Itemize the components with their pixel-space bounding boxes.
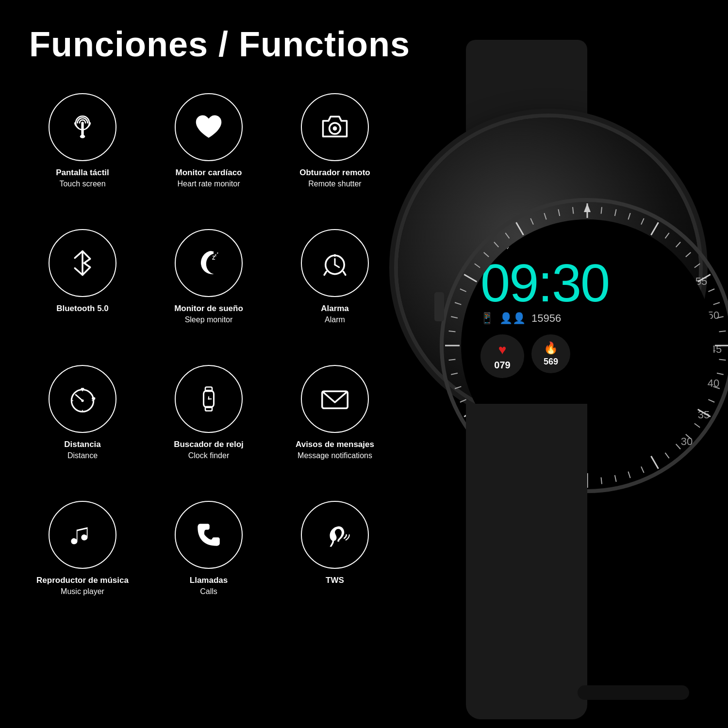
calories-value: 569 — [544, 357, 558, 367]
feature-heart-rate: Monitor cardíaco Heart rate monitor — [155, 93, 262, 229]
right-widgets: 🔥 569 — [531, 334, 570, 378]
watch-outer: 55 50 45 40 35 30 — [359, 40, 728, 719]
music-label: Reproductor de música Music player — [36, 575, 129, 597]
svg-line-9 — [335, 265, 339, 267]
svg-line-83 — [455, 302, 461, 304]
svg-line-13 — [76, 395, 83, 400]
svg-line-45 — [698, 275, 711, 282]
heart-rate-icon-circle — [175, 93, 243, 161]
svg-line-90 — [516, 222, 524, 235]
svg-rect-21 — [205, 387, 212, 392]
distance-label: Distancia Distance — [64, 439, 101, 461]
heart-rate-widget: ♥ 079 — [480, 334, 524, 378]
tws-label: TWS — [326, 575, 344, 586]
sleep-monitor-label: Monitor de sueño Sleep monitor — [174, 303, 243, 325]
svg-line-85 — [464, 275, 477, 282]
svg-line-63 — [615, 475, 616, 482]
svg-line-57 — [686, 434, 691, 439]
watch-crown — [434, 292, 444, 321]
watch-icon — [192, 382, 226, 416]
svg-rect-15 — [92, 397, 95, 400]
bluetooth-icon — [66, 246, 99, 280]
heart-rate-value: 079 — [494, 360, 510, 371]
svg-line-41 — [665, 233, 669, 238]
svg-line-49 — [719, 331, 726, 331]
svg-line-58 — [676, 444, 680, 449]
svg-line-52 — [717, 373, 724, 375]
feature-distance: Distancia Distance — [29, 365, 136, 501]
svg-point-1 — [80, 135, 85, 138]
feature-bluetooth: Bluetooth 5.0 — [29, 229, 136, 365]
svg-line-55 — [698, 410, 711, 417]
svg-point-3 — [333, 126, 337, 131]
battery-indicator — [480, 242, 497, 248]
sleep-icon: Z z z — [192, 246, 226, 280]
svg-marker-34 — [584, 203, 591, 212]
feature-calls: Llamadas Calls — [155, 501, 262, 637]
svg-text:z: z — [217, 251, 218, 254]
alarm-icon — [318, 246, 352, 280]
status-bar: ⛓ 10/2 — [480, 239, 699, 251]
link-icon: ⛓ — [501, 240, 510, 250]
clock-finder-label: Buscador de reloj Clock finder — [174, 439, 244, 461]
svg-line-61 — [641, 466, 644, 473]
music-icon — [66, 518, 99, 552]
svg-line-60 — [651, 456, 659, 469]
widgets-row: ♥ 079 🔥 569 — [480, 334, 699, 378]
heart-rate-label: Monitor cardíaco Heart rate monitor — [176, 167, 242, 189]
touch-screen-label: Pantalla táctil Touch screen — [56, 167, 109, 189]
calls-icon-circle — [175, 501, 243, 569]
svg-line-89 — [505, 233, 509, 238]
band-notch — [578, 685, 689, 700]
phone-icon — [192, 518, 226, 552]
steps-count: 15956 — [531, 312, 561, 325]
svg-line-44 — [695, 264, 700, 267]
ear-icon — [318, 518, 352, 552]
music-icon-circle — [49, 501, 116, 569]
svg-line-37 — [615, 209, 616, 216]
svg-point-10 — [333, 254, 336, 257]
svg-line-47 — [713, 302, 720, 304]
svg-line-76 — [460, 399, 466, 402]
distance-icon-circle — [49, 365, 116, 433]
calls-label: Llamadas Calls — [190, 575, 228, 597]
tws-icon-circle — [301, 501, 369, 569]
svg-line-87 — [484, 252, 489, 257]
feature-sleep-monitor: Z z z Monitor de sueño Sleep monitor — [155, 229, 262, 365]
svg-line-81 — [449, 331, 456, 331]
distance-icon — [66, 382, 99, 416]
svg-point-25 — [208, 398, 210, 400]
svg-line-56 — [695, 423, 700, 427]
svg-text:30: 30 — [681, 435, 693, 447]
camera-icon — [318, 110, 352, 144]
steps-icon: 👤👤 — [499, 312, 526, 325]
watch-case: 55 50 45 40 35 30 — [398, 117, 699, 418]
calories-widget: 🔥 569 — [531, 334, 570, 373]
svg-line-46 — [708, 289, 714, 292]
svg-line-62 — [628, 472, 630, 478]
alarm-label: Alarma Alarm — [321, 303, 349, 325]
svg-line-43 — [686, 252, 691, 257]
svg-text:40: 40 — [708, 377, 719, 389]
svg-line-40 — [651, 222, 659, 235]
svg-text:35: 35 — [698, 409, 710, 421]
svg-line-39 — [641, 218, 644, 225]
bluetooth-icon-circle — [49, 229, 116, 297]
svg-rect-22 — [205, 407, 212, 411]
heart-widget-icon: ♥ — [498, 342, 507, 358]
notifications-icon-circle — [301, 365, 369, 433]
clock-finder-icon-circle — [175, 365, 243, 433]
fire-widget-icon: 🔥 — [544, 341, 558, 355]
feature-music: Reproductor de música Music player — [29, 501, 136, 637]
feature-touch-screen: Pantalla táctil Touch screen — [29, 93, 136, 229]
watch-section: 55 50 45 40 35 30 — [359, 40, 728, 719]
main-layout: Pantalla táctil Touch screen Monitor car… — [0, 79, 728, 728]
svg-line-93 — [558, 209, 560, 216]
features-grid: Pantalla táctil Touch screen Monitor car… — [0, 79, 369, 728]
stats-row: 📱 👤👤 15956 — [480, 312, 699, 325]
svg-line-88 — [494, 242, 498, 247]
svg-line-82 — [451, 316, 458, 318]
svg-line-84 — [460, 289, 466, 292]
svg-text:z: z — [215, 253, 216, 257]
svg-line-79 — [449, 360, 456, 360]
